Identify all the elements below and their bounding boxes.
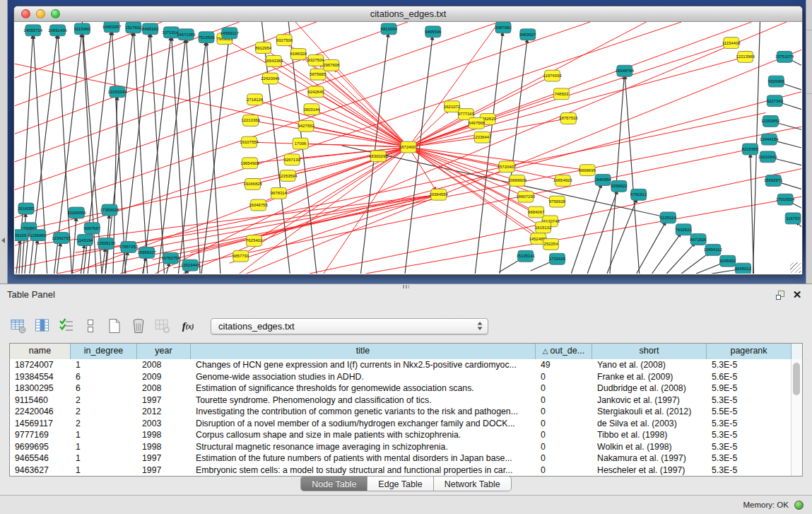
graph-edge[interactable] [792, 60, 801, 65]
graph-edge[interactable] [696, 264, 721, 274]
column-header-name[interactable]: name [10, 344, 71, 359]
table-cell: Jankovic et al. (1997) [592, 395, 707, 407]
graph-edge[interactable] [102, 251, 105, 274]
splitter-handle[interactable] [403, 285, 409, 288]
table-cell: 5.3E-5 [707, 452, 792, 465]
graph-edge[interactable] [324, 147, 408, 274]
table-cell: 5.9E-5 [707, 382, 792, 395]
graph-edge[interactable] [775, 158, 801, 165]
graph-edge[interactable] [72, 221, 76, 274]
graph-node-label: 9245652 [719, 259, 736, 263]
window-resize-grip[interactable] [790, 262, 801, 273]
graph-edge[interactable] [607, 201, 636, 274]
scrollbar-thumb[interactable] [793, 363, 800, 395]
citation-network-graph[interactable]: 1872400718300295193845548912954165433822… [15, 22, 801, 274]
graph-node-label: 9678314 [271, 191, 288, 195]
table-options-icon[interactable] [10, 317, 27, 334]
zoom-button[interactable] [51, 9, 60, 18]
graph-edge[interactable] [666, 245, 693, 274]
graph-edge[interactable] [778, 123, 801, 129]
column-header-out_de[interactable]: △out_de... [536, 344, 592, 359]
table-cell: Tourette syndrome. Phenomenology and cla… [191, 395, 536, 407]
table-row[interactable]: 1872400712008Changes of HCN gene express… [10, 359, 802, 371]
tab-edge-table[interactable]: Edge Table [367, 476, 433, 491]
new-table-icon[interactable] [106, 317, 123, 334]
table-row[interactable]: 911546021997Tourette syndrome. Phenomeno… [10, 395, 802, 407]
float-panel-icon[interactable] [774, 288, 787, 301]
graph-edge[interactable] [475, 35, 502, 274]
table-row[interactable]: 946554611997Estimation of the future num… [10, 452, 802, 465]
graph-edge[interactable] [57, 245, 61, 274]
graph-edge[interactable] [207, 45, 220, 274]
graph-edge[interactable] [781, 183, 801, 189]
vertical-scrollbar[interactable] [791, 359, 802, 476]
table-row[interactable]: 977716911998Corpus callosum shape and si… [10, 429, 802, 441]
table-row[interactable]: 1938455462009Genome-wide association stu… [10, 371, 802, 383]
graph-edge[interactable] [571, 187, 600, 274]
network-canvas[interactable]: 1872400718300295193845548912954165433822… [15, 22, 801, 274]
window-titlebar[interactable]: citations_edges.txt [14, 6, 802, 22]
graph-edge[interactable] [500, 42, 526, 274]
table-cell: 0 [536, 418, 592, 430]
graph-node-label: 10654112 [704, 247, 722, 252]
graph-edge[interactable] [15, 64, 408, 147]
graph-edge[interactable] [172, 40, 185, 274]
collapse-panel-arrow-icon[interactable] [1, 238, 5, 243]
delete-table-icon[interactable] [130, 317, 147, 334]
graph-edge[interactable] [784, 83, 801, 89]
graph-node-label: 12213369 [241, 118, 260, 122]
graph-edge[interactable] [36, 196, 431, 245]
graph-edge[interactable] [408, 22, 752, 147]
graph-node-label: 9684067 [528, 210, 544, 214]
graph-edge[interactable] [499, 260, 519, 272]
graph-edge[interactable] [34, 243, 37, 274]
table-row[interactable]: 2242004622012Investigating the contribut… [10, 406, 802, 418]
graph-edge[interactable] [625, 78, 640, 274]
graph-edge[interactable] [166, 266, 168, 274]
select-rows-icon[interactable] [58, 317, 75, 334]
graph-edge[interactable] [712, 270, 736, 274]
close-panel-icon[interactable]: ✕ [791, 288, 804, 301]
column-header-title[interactable]: title [191, 344, 536, 359]
graph-node-label: 8912954 [255, 46, 272, 50]
graph-edge[interactable] [792, 203, 801, 208]
graph-edge[interactable] [295, 147, 408, 174]
close-button[interactable] [21, 9, 30, 18]
table-row[interactable]: 1830029562008Estimation of significance … [10, 382, 802, 395]
column-header-year[interactable]: year [137, 344, 191, 359]
graph-edge[interactable] [405, 40, 432, 274]
column-header-in_degree[interactable]: in_degree [71, 344, 137, 359]
tab-node-table[interactable]: Node Table [300, 476, 367, 491]
table-selector[interactable]: citations_edges.txt [211, 318, 488, 334]
function-builder-icon[interactable]: f(x) [178, 317, 198, 334]
graph-node-label: 7515526 [198, 35, 215, 40]
graph-edge[interactable] [365, 197, 801, 274]
graph-edge[interactable] [408, 147, 435, 188]
table-row[interactable]: 969969511998Structural magnetic resonanc… [10, 441, 802, 453]
graph-edge[interactable] [187, 42, 200, 274]
graph-edge[interactable] [531, 262, 551, 271]
table-row[interactable]: 1456911722003Disruption of a novel membe… [10, 418, 802, 430]
node-table: namein_degreeyeartitle△out_de...shortpag… [9, 343, 803, 477]
graph-edge[interactable] [158, 42, 185, 274]
row-height-icon[interactable] [82, 317, 99, 334]
column-header-short[interactable]: short [592, 344, 707, 359]
table-cell: 5.6E-5 [707, 371, 792, 383]
graph-edge[interactable] [610, 78, 624, 274]
table-cell: Structural magnetic resonance image aver… [191, 441, 536, 453]
table-row[interactable]: 946362711997Embryonic stem cells: a mode… [10, 465, 802, 477]
tab-network-table[interactable]: Network Table [434, 476, 512, 491]
minimize-button[interactable] [36, 9, 45, 18]
graph-node-label: 15135141 [517, 254, 536, 258]
graph-edge[interactable] [652, 236, 679, 274]
graph-edge[interactable] [637, 224, 664, 274]
graph-edge[interactable] [782, 103, 801, 110]
show-columns-icon[interactable] [34, 317, 51, 334]
table-cell: 1 [71, 452, 137, 465]
table-cell: 9777169 [10, 429, 71, 441]
graph-edge[interactable] [777, 141, 801, 148]
graph-edge[interactable] [319, 112, 408, 147]
graph-edge[interactable] [408, 139, 474, 147]
graph-edge[interactable] [324, 79, 408, 147]
column-header-pagerank[interactable]: pagerank [707, 344, 792, 359]
